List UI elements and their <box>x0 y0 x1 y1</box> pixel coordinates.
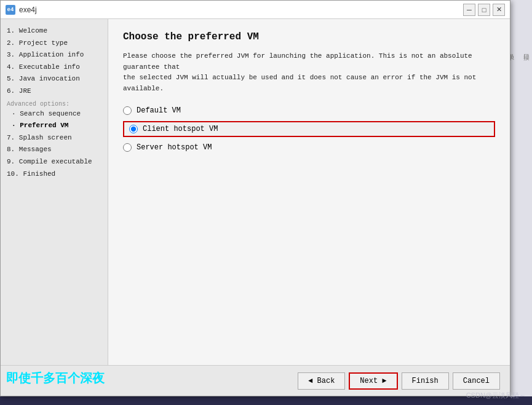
next-button[interactable]: Next ► <box>349 372 397 390</box>
radio-client-hotspot[interactable]: Client hotspot VM <box>123 121 495 137</box>
finish-button[interactable]: Finish <box>402 372 449 390</box>
sidebar-item-finished[interactable]: 10. Finished <box>6 168 103 181</box>
sidebar-item-exe-info[interactable]: 4. Executable info <box>6 61 103 74</box>
minimize-button[interactable]: ─ <box>463 4 475 16</box>
radio-server-hotspot-label: Server hotspot VM <box>137 143 212 152</box>
radio-client-hotspot-input[interactable] <box>129 125 138 133</box>
cancel-button[interactable]: Cancel <box>453 372 500 390</box>
sidebar-item-java-inv[interactable]: 5. Java invocation <box>6 73 103 85</box>
radio-server-hotspot[interactable]: Server hotspot VM <box>123 143 495 152</box>
dialog-body: 1. Welcome 2. Project type 3. Applicatio… <box>1 19 510 365</box>
radio-default-vm-input[interactable] <box>123 106 132 115</box>
main-content: Choose the preferred VM Please choose th… <box>108 19 510 365</box>
sidebar-item-search-seq[interactable]: · Search sequence <box>6 108 103 120</box>
radio-default-vm[interactable]: Default VM <box>123 106 495 115</box>
sidebar-item-messages[interactable]: 8. Messages <box>6 144 103 156</box>
sidebar-item-welcome[interactable]: 1. Welcome <box>6 25 103 37</box>
radio-default-vm-label: Default VM <box>137 106 181 115</box>
close-button[interactable]: ✕ <box>493 4 505 16</box>
app-icon: e4 <box>6 5 15 15</box>
sidebar-item-splash[interactable]: 7. Splash screen <box>6 132 103 144</box>
sidebar-item-compile[interactable]: 9. Compile executable <box>6 156 103 168</box>
sidebar: 1. Welcome 2. Project type 3. Applicatio… <box>1 19 108 365</box>
title-controls: ─ □ ✕ <box>463 4 505 16</box>
page-description: Please choose the preferred JVM for laun… <box>123 51 495 94</box>
dialog-window: e4 exe4j ─ □ ✕ 1. Welcome 2. Project typ… <box>0 0 510 396</box>
back-button[interactable]: ◄ Back <box>298 372 345 390</box>
right-panel: 接口员中 <box>509 0 532 396</box>
side-watermark: 即使千多百个深夜 <box>6 370 105 387</box>
title-bar-left: e4 exe4j <box>6 5 37 15</box>
radio-server-hotspot-input[interactable] <box>123 143 132 152</box>
sidebar-item-project-type[interactable]: 2. Project type <box>6 37 103 50</box>
maximize-button[interactable]: □ <box>478 4 490 16</box>
vm-radio-group: Default VM Client hotspot VM Server hots… <box>123 106 495 152</box>
sidebar-item-app-info[interactable]: 3. Application info <box>6 49 103 61</box>
sidebar-advanced-label: Advanced options: <box>6 100 103 108</box>
title-bar: e4 exe4j ─ □ ✕ <box>1 1 510 19</box>
radio-client-hotspot-label: Client hotspot VM <box>143 125 218 133</box>
csdn-watermark: CSDN@云淡风轻～ <box>466 391 526 400</box>
sidebar-item-jre[interactable]: 6. JRE <box>6 85 103 98</box>
page-title: Choose the preferred VM <box>123 31 495 42</box>
sidebar-item-preferred-vm[interactable]: · Preferred VM <box>6 120 103 132</box>
window-title: exe4j <box>19 6 37 14</box>
